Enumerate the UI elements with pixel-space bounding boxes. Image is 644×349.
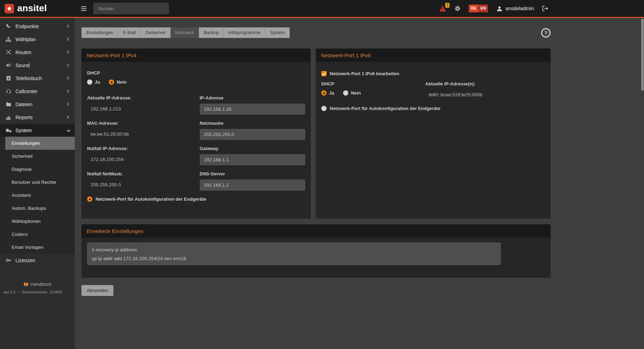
book-icon (24, 282, 28, 286)
ipv6-dhcp-nein-radio[interactable]: Nein (343, 90, 361, 96)
handbuch-label: Handbuch (31, 282, 51, 287)
ipv4-panel: Netzwerk-Port 1 IPv4 DHCP Ja Nein (81, 49, 311, 219)
sidebar-item-sound[interactable]: Sound (0, 59, 75, 72)
username-label: ansiteladmin (506, 6, 534, 11)
language-en-button[interactable]: EN (478, 5, 488, 12)
language-de-button[interactable]: DE (469, 5, 478, 12)
radio-label: Nein (351, 90, 361, 96)
logout-button[interactable] (542, 6, 548, 11)
sidebar-subitem-benutzer-und-rechte[interactable]: Benutzer und Rechte (0, 176, 75, 189)
sidebar-item-label: Sound (15, 63, 29, 68)
sidebar-subitem-codecs[interactable]: Codecs (0, 228, 75, 241)
ipv6-current-ip-field: Aktuelle IP-Adresse(n): fe80::bcee:51ff:… (425, 81, 545, 97)
chevron-down-icon (67, 129, 71, 132)
dns-server-input[interactable] (200, 180, 305, 190)
chevron-left-icon (67, 25, 71, 28)
sidebar-item-routen[interactable]: Routen (0, 46, 75, 59)
ipv4-panel-title: Netzwerk-Port 1 IPv4 (81, 49, 311, 62)
topbar: ansitel 1 DE EN ansiteladmin (0, 0, 644, 17)
gateway-input[interactable] (200, 154, 305, 165)
sidebar-subitem-waehloptionen[interactable]: Wähloptionen (0, 215, 75, 228)
sidebar-subitem-assistent[interactable]: Assistent (0, 189, 75, 202)
subitem-label: Benutzer und Rechte (12, 180, 56, 185)
radio-on-icon (321, 90, 327, 96)
key-icon (5, 258, 12, 263)
aktuelle-ip-field: Aktuelle IP-Adresse: 192.168.1.213 (87, 95, 193, 115)
tab-email[interactable]: E-Mail (118, 27, 141, 38)
search-input[interactable] (93, 3, 169, 14)
field-label: Notfall NetMask: (87, 171, 193, 176)
version-label: awi 5.0 (3, 290, 15, 294)
gears-icon (5, 128, 12, 133)
sidebar-subitem-einstellungen[interactable]: Einstellungen (5, 137, 75, 150)
tab-hilfsprogramme[interactable]: Hilfsprogramme (224, 27, 265, 38)
chevron-left-icon (67, 77, 71, 80)
radio-off-icon (343, 90, 348, 96)
sidebar-item-dateien[interactable]: Dateien (0, 98, 75, 111)
alerts-button[interactable]: 1 (439, 5, 446, 12)
radio-label: Ja (95, 79, 100, 85)
sidebar-item-label: Routen (15, 50, 31, 55)
address-book-icon (5, 76, 12, 81)
subitem-label: Email Vorlagen (12, 245, 44, 250)
sidebar-subitem-diagnose[interactable]: Diagnose (0, 163, 75, 176)
sidebar-item-label: Callcenter (15, 89, 38, 94)
sidebar-item-waehlplan[interactable]: Wählplan (0, 33, 75, 46)
ipv4-autoconfig-radio[interactable]: Netzwerk-Port für Autokonfiguration der … (87, 196, 305, 202)
field-label: IP-Adresse (200, 95, 305, 101)
tab-system[interactable]: System (265, 27, 290, 38)
tab-netzwerk[interactable]: Netzwerk (171, 27, 199, 38)
tab-backup[interactable]: Backup (199, 27, 224, 38)
ipv4-dhcp-ja-radio[interactable]: Ja (87, 79, 100, 85)
tab-einstellungen[interactable]: Einstellungen (81, 27, 118, 38)
checkbox-label: Netzwerk-Port 1 IPv6 bearbeiten (330, 71, 399, 76)
advanced-panel-title: Erweiterte Einstellungen (81, 224, 551, 238)
vertical-scrollbar[interactable] (641, 19, 644, 91)
radio-on-icon (87, 196, 92, 202)
logo-star-icon (5, 4, 14, 13)
ipv6-dhcp-ja-radio[interactable]: Ja (321, 90, 334, 96)
dns-server-field: DNS-Server (200, 171, 305, 190)
sidebar-item-reports[interactable]: Reports (0, 111, 75, 124)
help-button[interactable]: ? (541, 28, 551, 38)
user-menu[interactable]: ansiteladmin (496, 6, 534, 12)
main-content: Einstellungen E-Mail Zeitserver Netzwerk… (75, 18, 644, 349)
mac-adresse-field: MAC-Adresse: be:ee:51:25:50:0b (87, 121, 193, 140)
sidebar-footer: Handbuch awi 5.0 • Seriennummer: 123456 (0, 282, 75, 294)
app-logo[interactable]: ansitel (0, 4, 75, 13)
sidebar-item-endpunkte[interactable]: Endpunkte (0, 20, 75, 33)
sidebar-item-telefonbuch[interactable]: Telefonbuch (0, 72, 75, 85)
alerts-badge: 1 (445, 3, 449, 8)
settings-gear-button[interactable] (454, 5, 461, 12)
chevron-left-icon (67, 64, 71, 67)
tab-zeitserver[interactable]: Zeitserver (141, 27, 171, 38)
sidebar-item-system[interactable]: System (0, 124, 75, 137)
field-label: Aktuelle IP-Adresse: (87, 95, 193, 101)
subitem-label: Autom. Backups (12, 206, 46, 211)
mac-adresse-value: be:ee:51:25:50:0b (87, 129, 193, 137)
submit-button[interactable]: Absenden (81, 285, 113, 296)
ipv4-dhcp-nein-radio[interactable]: Nein (109, 79, 126, 85)
sidebar-subitem-autom-backups[interactable]: Autom. Backups (0, 202, 75, 215)
radio-on-icon (109, 79, 114, 85)
ipv6-autoconfig-radio[interactable]: Netzwerk-Port für Autokonfiguration der … (321, 106, 545, 111)
sidebar-item-label: Telefonbuch (15, 76, 42, 81)
chevron-left-icon (67, 51, 71, 54)
ipv6-edit-checkbox[interactable]: Netzwerk-Port 1 IPv6 bearbeiten (321, 71, 545, 76)
subitem-label: Diagnose (12, 167, 32, 172)
sidebar-item-callcenter[interactable]: Callcenter (0, 85, 75, 98)
chevron-left-icon (67, 90, 71, 93)
volume-icon (5, 63, 12, 68)
advanced-settings-textarea[interactable]: # recovery ip address up ip addr add 172… (87, 243, 501, 265)
logout-icon (542, 6, 548, 11)
sidebar-subitem-email-vorlagen[interactable]: Email Vorlagen (0, 241, 75, 254)
radio-label: Ja (329, 90, 334, 96)
sidebar-item-lizenzen[interactable]: Lizenzen (0, 254, 75, 267)
netzmaske-input[interactable] (200, 129, 305, 140)
menu-toggle-button[interactable] (79, 5, 88, 13)
sidebar-subitem-sicherheit[interactable]: Sicherheit (0, 150, 75, 163)
tabs-row: Einstellungen E-Mail Zeitserver Netzwerk… (81, 27, 551, 38)
notfall-ip-value: 172.16.100.254 (87, 154, 193, 162)
ip-adresse-input[interactable] (200, 104, 305, 115)
handbuch-link[interactable]: Handbuch (0, 282, 75, 287)
